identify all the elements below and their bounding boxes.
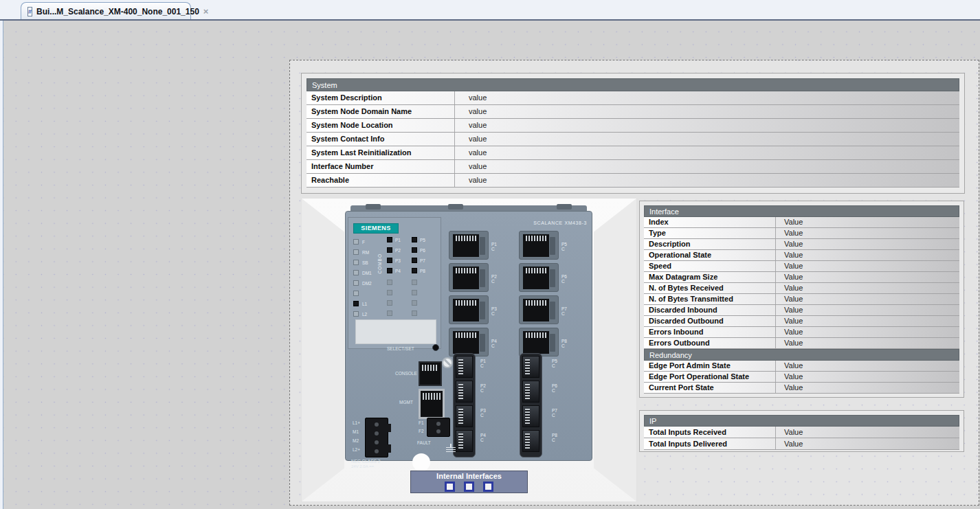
row-value: Value	[776, 361, 803, 371]
table-row: System Descriptionvalue	[307, 91, 959, 105]
editor-canvas[interactable]: System System DescriptionvalueSystem Nod…	[3, 21, 980, 509]
rj45-port	[449, 295, 489, 324]
redundancy-table-header: Redundancy	[644, 349, 959, 361]
row-label: Discarded Outbound	[644, 316, 776, 326]
rj45-port	[449, 328, 489, 357]
row-label: N. of Bytes Received	[644, 283, 776, 293]
row-value: Value	[776, 427, 803, 438]
table-row: IndexValue	[644, 217, 959, 228]
row-value: Value	[776, 372, 803, 382]
faceplate-selection[interactable]: System System DescriptionvalueSystem Nod…	[289, 60, 979, 506]
ip-table-rows: Total Inputs ReceivedValueTotal Inputs D…	[644, 427, 959, 450]
label-plate	[355, 319, 436, 344]
table-row: Errors OutboundValue	[644, 338, 959, 349]
rj45-latch	[480, 269, 485, 287]
table-row: System Contact Infovalue	[307, 133, 959, 146]
status-led-label: F	[362, 240, 365, 245]
rj45-latch	[550, 334, 555, 352]
rj45-latch	[550, 237, 555, 255]
ip-table: IP Total Inputs ReceivedValueTotal Input…	[639, 410, 964, 452]
combo-led	[387, 258, 392, 263]
table-row: System Node Domain Namevalue	[307, 105, 959, 119]
status-led	[353, 270, 359, 275]
combo-led-label: P5	[420, 238, 425, 242]
rj45-jack	[523, 267, 549, 289]
row-value: Value	[776, 327, 803, 337]
mgmt-port	[419, 389, 445, 419]
status-led	[353, 260, 359, 265]
row-value: value	[455, 133, 487, 146]
tab-bar: # Bui...M_Scalance_XM-400_None_001_150 ×	[0, 0, 980, 19]
status-led-label: RM	[362, 250, 369, 255]
status-led	[353, 301, 359, 306]
sfp-port-label: P2C	[480, 383, 486, 393]
row-label: Interface Number	[307, 160, 455, 173]
sfp-port-label: P6C	[552, 383, 557, 393]
scalance-switch-image: SCALANCE XM438-3 SIEMENS FRMSBDM1DM2L1L2…	[345, 205, 592, 461]
combo-led	[412, 258, 417, 263]
fault-label: FAULT	[417, 440, 431, 445]
bottom-knockout	[412, 453, 430, 471]
row-label: System Node Domain Name	[307, 105, 455, 118]
rj45-port-label: P8C	[561, 339, 567, 348]
table-row: Max Datagram SizeValue	[644, 272, 959, 283]
table-row: Errors InboundValue	[644, 327, 959, 338]
power-terminal	[365, 418, 388, 457]
rj45-port-label: P7C	[561, 306, 567, 316]
mgmt-label: MGMT	[399, 400, 413, 405]
power-pin-label: M1	[353, 429, 359, 434]
status-led-row	[353, 290, 362, 297]
row-label: Total Inputs Delivered	[644, 438, 776, 449]
combo-led-label: P6	[420, 248, 425, 253]
row-label: Max Datagram Size	[644, 272, 776, 282]
power-pin-label: L1+	[353, 420, 360, 425]
row-value: value	[455, 146, 487, 159]
rj45-port-label: P5C	[561, 242, 567, 251]
sfp-slot	[522, 356, 539, 378]
rj45-port	[449, 263, 489, 292]
row-label: System Description	[307, 91, 455, 104]
row-value: Value	[776, 272, 803, 282]
rj45-jack	[453, 234, 479, 257]
status-led	[353, 239, 359, 245]
table-row: System Last Reinitializationvalue	[307, 146, 959, 160]
row-value: value	[455, 174, 487, 187]
row-value: Value	[776, 338, 803, 348]
sfp-cartridge	[453, 353, 476, 457]
status-led-label: L1	[362, 302, 367, 306]
table-row: Total Inputs ReceivedValue	[644, 427, 959, 438]
table-row: TypeValue	[644, 228, 959, 239]
combo-led	[412, 268, 417, 273]
device-led-module: SIEMENS FRMSBDM1DM2L1L2 COMBO P1P5P2P6P3…	[348, 217, 441, 349]
rj45-port	[519, 263, 559, 292]
power-note1: NEC CLASS 2	[351, 459, 380, 464]
rj45-latch	[480, 237, 485, 255]
row-label: Operational State	[644, 250, 776, 260]
power-pin-label: L2+	[353, 447, 360, 452]
row-label: Reachable	[307, 174, 455, 187]
fault-pin-label: F2	[419, 429, 424, 433]
close-icon[interactable]: ×	[203, 8, 209, 16]
console-port	[419, 361, 442, 386]
combo-led-off	[412, 280, 417, 285]
combo-led-label: P8	[420, 269, 425, 273]
rj45-jack	[453, 299, 479, 321]
row-value: Value	[776, 294, 803, 304]
fault-pin-label: F1	[419, 420, 424, 425]
sfp-slot	[456, 430, 473, 452]
status-led-row: DM1	[353, 269, 372, 276]
row-value: value	[455, 119, 487, 132]
document-tab[interactable]: # Bui...M_Scalance_XM-400_None_001_150 ×	[21, 2, 191, 20]
row-value: Value	[776, 239, 803, 249]
combo-led-off	[387, 310, 392, 316]
interface-table: Interface IndexValueTypeValueDescription…	[639, 201, 964, 398]
table-row: Discarded OutboundValue	[644, 316, 959, 327]
siemens-logo: SIEMENS	[353, 223, 399, 234]
row-value: Value	[776, 316, 803, 326]
system-table-rows: System DescriptionvalueSystem Node Domai…	[307, 91, 959, 188]
system-table: System System DescriptionvalueSystem Nod…	[301, 73, 965, 194]
table-row: Interface Numbervalue	[307, 160, 959, 174]
row-label: Speed	[644, 261, 776, 271]
row-label: Edge Port Operational State	[644, 372, 776, 382]
sfp-port-label: P5C	[552, 359, 557, 368]
